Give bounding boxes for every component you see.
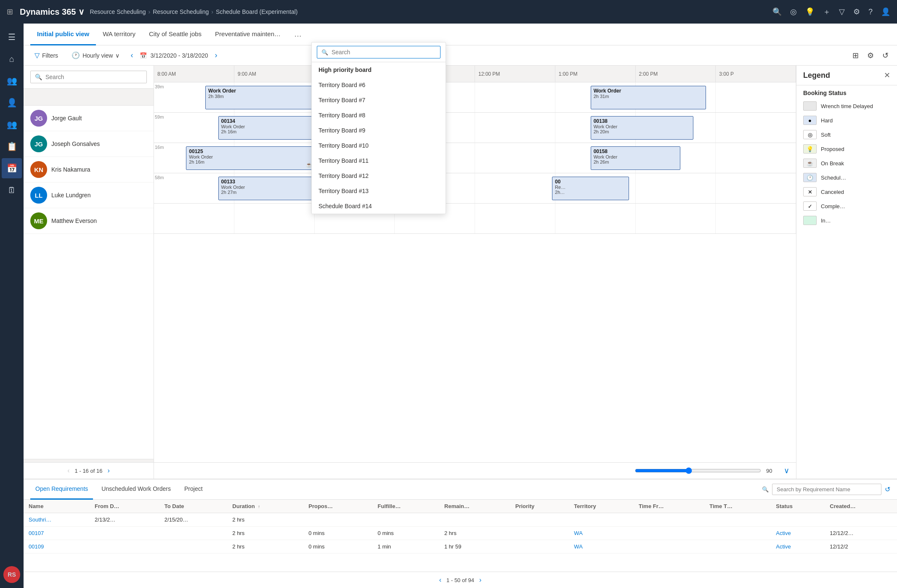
booking-block[interactable]: 00138 Work Order 2h 20m xyxy=(591,116,693,140)
tab-project[interactable]: Project xyxy=(179,479,208,500)
booking-block[interactable]: 00158 Work Order 2h 26m xyxy=(591,146,681,170)
zoom-slider[interactable] xyxy=(635,467,761,474)
col-time-to[interactable]: Time T… xyxy=(704,500,771,513)
cell-from: 2/13/2… xyxy=(90,513,159,527)
tabs-more-button[interactable]: … xyxy=(291,28,305,40)
tab-initial-public-view[interactable]: Initial public view xyxy=(30,24,96,45)
tab-wa-territory[interactable]: WA territory xyxy=(96,24,142,45)
user-avatar-sidebar[interactable]: RS xyxy=(3,566,20,583)
dropdown-item-8[interactable]: Territory Board #8 xyxy=(312,108,446,123)
resource-name-luke: Luke Lundgren xyxy=(51,192,90,199)
dropdown-item-12[interactable]: Territory Board #12 xyxy=(312,168,446,183)
resource-row[interactable]: JG Jorge Gault xyxy=(24,106,154,131)
col-status[interactable]: Status xyxy=(771,500,825,513)
sidebar-item-list[interactable]: 📋 xyxy=(2,136,22,156)
table-row: 00107 2 hrs 0 mins 0 mins 2 hrs WA Activ… xyxy=(24,527,897,540)
brand-chevron[interactable]: ∨ xyxy=(78,7,85,17)
settings-nav-icon[interactable]: ⚙ xyxy=(853,7,860,16)
col-time-from[interactable]: Time Fr… xyxy=(634,500,704,513)
col-proposed[interactable]: Propos… xyxy=(303,500,372,513)
tab-city-seattle[interactable]: City of Seattle jobs xyxy=(142,24,208,45)
territory-link-wa2[interactable]: WA xyxy=(574,543,582,550)
next-table-button[interactable]: › xyxy=(479,576,481,584)
resource-row[interactable]: JG Joseph Gonsalves xyxy=(24,131,154,157)
next-date-button[interactable]: › xyxy=(213,49,219,61)
prev-table-button[interactable]: ‹ xyxy=(439,576,441,584)
refresh-table-icon[interactable]: ↺ xyxy=(885,485,890,493)
col-from[interactable]: From D… xyxy=(90,500,159,513)
col-to[interactable]: To Date xyxy=(159,500,227,513)
dropdown-item-14[interactable]: Schedule Board #14 xyxy=(312,199,446,214)
board-settings-button[interactable]: ⚙ xyxy=(865,49,876,62)
status-link-active2[interactable]: Active xyxy=(776,543,791,550)
target-icon[interactable]: ◎ xyxy=(790,7,797,16)
time-col xyxy=(475,82,555,112)
sidebar-item-menu[interactable]: ☰ xyxy=(2,27,22,47)
brand-name: Dynamics 365 xyxy=(20,7,76,17)
avatar-kris: KN xyxy=(30,161,47,178)
list-view-button[interactable]: ⊞ xyxy=(851,49,860,62)
booking-block[interactable]: Work Order 2h 31m xyxy=(591,86,706,109)
dropdown-item-9[interactable]: Territory Board #9 xyxy=(312,123,446,138)
dropdown-search-input[interactable] xyxy=(332,49,436,56)
resource-row[interactable]: KN Kris Nakamura xyxy=(24,157,154,183)
row-link-southri[interactable]: Southri… xyxy=(29,516,51,523)
hourly-view-button[interactable]: 🕐 Hourly view ∨ xyxy=(67,49,124,62)
col-duration[interactable]: Duration ↑ xyxy=(227,500,303,513)
col-created[interactable]: Created… xyxy=(825,500,897,513)
breadcrumb-sep: › xyxy=(149,8,151,15)
legend-close-button[interactable]: ✕ xyxy=(884,71,890,80)
sidebar-item-schedule[interactable]: 🗓 xyxy=(2,180,22,200)
refresh-button[interactable]: ↺ xyxy=(881,49,890,62)
dropdown-item-13[interactable]: Territory Board #13 xyxy=(312,183,446,199)
col-territory[interactable]: Territory xyxy=(569,500,634,513)
search-nav-icon[interactable]: 🔍 xyxy=(772,7,782,16)
prev-resource-button[interactable]: ‹ xyxy=(67,467,69,474)
booking-block[interactable]: 00134 Work Order 2h 16m 🕐 xyxy=(218,116,321,140)
cell-proposed: 0 mins xyxy=(303,527,372,540)
col-priority[interactable]: Priority xyxy=(510,500,569,513)
resource-search-input[interactable] xyxy=(45,74,142,80)
grid-icon[interactable]: ⊞ xyxy=(7,7,13,16)
resource-row[interactable]: LL Luke Lundgren xyxy=(24,183,154,208)
tab-preventative[interactable]: Preventative mainten… xyxy=(208,24,287,45)
date-range-label: 3/12/2020 - 3/18/2020 xyxy=(150,52,208,59)
legend-label-proposed: Proposed xyxy=(821,146,844,152)
status-link-active[interactable]: Active xyxy=(776,530,791,536)
prev-date-button[interactable]: ‹ xyxy=(129,49,135,61)
breadcrumb-module[interactable]: Resource Scheduling xyxy=(90,8,146,15)
help-icon[interactable]: ? xyxy=(868,8,873,16)
territory-link-wa[interactable]: WA xyxy=(574,530,582,536)
tab-unscheduled[interactable]: Unscheduled Work Orders xyxy=(96,479,176,500)
sidebar-item-people[interactable]: 👥 xyxy=(2,71,22,91)
sidebar-item-calendar[interactable]: 📅 xyxy=(2,158,22,178)
col-fulfilled[interactable]: Fulfille… xyxy=(373,500,439,513)
resource-name-joseph: Joseph Gonsalves xyxy=(51,140,100,147)
row-link-00109[interactable]: 00109 xyxy=(29,543,44,550)
sidebar-item-group[interactable]: 👥 xyxy=(2,114,22,135)
dropdown-item-7[interactable]: Territory Board #7 xyxy=(312,93,446,108)
col-name[interactable]: Name xyxy=(24,500,90,513)
sidebar-item-user[interactable]: 👤 xyxy=(2,93,22,113)
booking-block[interactable]: Work Order 2h 38m 🕐 xyxy=(205,86,321,109)
user-icon[interactable]: 👤 xyxy=(881,7,890,16)
booking-block[interactable]: 00125 Work Order 2h 16m ☕ xyxy=(186,146,314,170)
dropdown-item-6[interactable]: Territory Board #6 xyxy=(312,77,446,93)
requirement-search-input[interactable] xyxy=(772,484,881,495)
filter-button[interactable]: ▽ Filters xyxy=(30,49,62,62)
dropdown-item-high-priority[interactable]: High priority board xyxy=(312,62,446,77)
row-link-00107[interactable]: 00107 xyxy=(29,530,44,536)
filter-nav-icon[interactable]: ▽ xyxy=(839,7,845,16)
dropdown-item-10[interactable]: Territory Board #10 xyxy=(312,138,446,153)
dropdown-item-11[interactable]: Territory Board #11 xyxy=(312,153,446,168)
bottom-tabs: Open Requirements Unscheduled Work Order… xyxy=(24,479,897,500)
col-remaining[interactable]: Remain… xyxy=(439,500,510,513)
resource-row[interactable]: ME Matthew Everson xyxy=(24,208,154,234)
sidebar-item-home[interactable]: ⌂ xyxy=(2,49,22,69)
booking-block[interactable]: 00 Re… 2h… xyxy=(552,177,629,200)
expand-icon[interactable]: ∨ xyxy=(784,466,789,475)
plus-icon[interactable]: ＋ xyxy=(823,7,831,17)
next-resource-button[interactable]: › xyxy=(107,467,109,474)
tab-open-requirements[interactable]: Open Requirements xyxy=(30,479,93,500)
lightbulb-icon[interactable]: 💡 xyxy=(805,7,815,16)
